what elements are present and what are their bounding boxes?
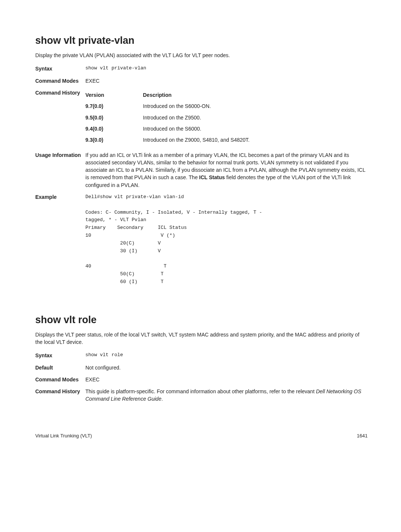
history-desc: Introduced on the S6000-ON.	[143, 102, 368, 110]
cmd-modes-label: Command Modes	[35, 376, 85, 383]
example-code: Dell#show vlt private-vlan vlan-id Codes…	[85, 193, 368, 286]
history-entry: 9.3(0.0) Introduced on the Z9000, S4810,…	[85, 136, 368, 144]
usage-label: Usage Information	[35, 151, 85, 189]
history-entry: 9.4(0.0) Introduced on the S6000.	[85, 125, 368, 132]
syntax-label: Syntax	[35, 352, 85, 359]
history-entry: 9.5(0.0) Introduced on the Z9500.	[85, 114, 368, 121]
history-version: 9.3(0.0)	[85, 136, 143, 144]
history-version: 9.7(0.0)	[85, 102, 143, 110]
cmd-modes-value: EXEC	[85, 376, 368, 383]
example-row: Example Dell#show vlt private-vlan vlan-…	[35, 193, 368, 286]
syntax-row: Syntax show vlt role	[35, 352, 368, 359]
section-intro: Display the private VLAN (PVLAN) associa…	[35, 52, 368, 59]
cmd-modes-row: Command Modes EXEC	[35, 376, 368, 383]
example-label: Example	[35, 193, 85, 286]
default-value: Not configured.	[85, 364, 368, 371]
page-footer: Virtual Link Trunking (VLT) 1641	[35, 433, 368, 440]
usage-bold-icl: ICL	[199, 174, 208, 180]
history-desc: Introduced on the Z9500.	[143, 114, 368, 121]
usage-text: If you add an ICL or VLTi link as a memb…	[85, 151, 368, 189]
default-row: Default Not configured.	[35, 364, 368, 371]
syntax-row: Syntax show vlt private-vlan	[35, 65, 368, 72]
history-text-post: .	[162, 396, 163, 402]
history-desc: Introduced on the S6000.	[143, 125, 368, 132]
footer-left: Virtual Link Trunking (VLT)	[35, 433, 92, 440]
section-intro: Displays the VLT peer status, role of th…	[35, 331, 368, 346]
history-entry: 9.7(0.0) Introduced on the S6000-ON.	[85, 102, 368, 110]
cmd-modes-value: EXEC	[85, 77, 368, 85]
section-heading: show vlt private-vlan	[35, 33, 368, 48]
history-version-header: Version	[85, 91, 143, 99]
history-desc: Introduced on the Z9000, S4810, and S482…	[143, 136, 368, 144]
cmd-modes-label: Command Modes	[35, 77, 85, 85]
syntax-value: show vlt role	[85, 352, 368, 359]
default-label: Default	[35, 364, 85, 371]
cmd-modes-row: Command Modes EXEC	[35, 77, 368, 85]
history-row: Command History Version Description 9.7(…	[35, 89, 368, 147]
history-row: Command History This guide is platform-s…	[35, 388, 368, 403]
footer-right: 1641	[357, 433, 368, 440]
history-label: Command History	[35, 89, 85, 147]
history-label: Command History	[35, 388, 85, 403]
syntax-value: show vlt private-vlan	[85, 65, 368, 72]
history-version: 9.5(0.0)	[85, 114, 143, 121]
history-text: This guide is platform-specific. For com…	[85, 388, 368, 403]
usage-row: Usage Information If you add an ICL or V…	[35, 151, 368, 189]
syntax-label: Syntax	[35, 65, 85, 72]
history-desc-header: Description	[143, 91, 368, 99]
history-text-pre: This guide is platform-specific. For com…	[85, 388, 316, 394]
section-heading: show vlt role	[35, 313, 368, 327]
history-version: 9.4(0.0)	[85, 125, 143, 132]
usage-bold-status: Status	[209, 174, 225, 180]
